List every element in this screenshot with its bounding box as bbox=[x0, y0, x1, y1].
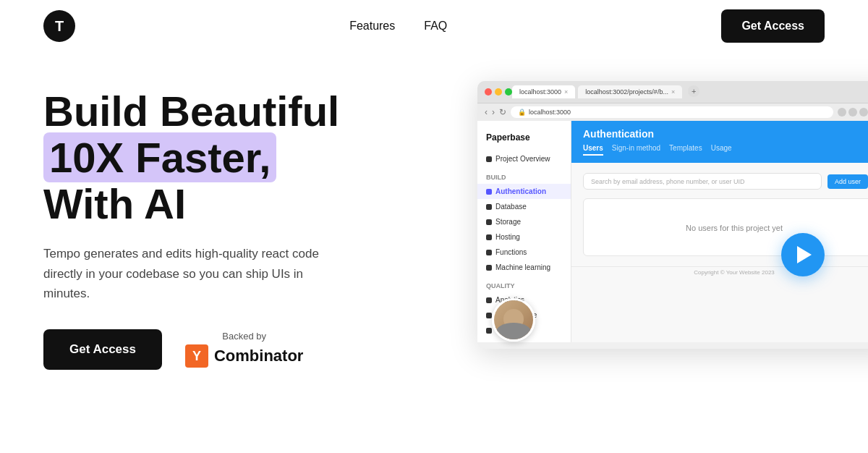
nav-links: Features FAQ bbox=[349, 20, 447, 33]
navbar-get-access-button[interactable]: Get Access bbox=[721, 9, 825, 43]
heading-line1: Build Beautiful bbox=[43, 88, 339, 135]
backed-by-label: Backed by bbox=[222, 331, 266, 342]
navbar: T Features FAQ Get Access bbox=[0, 0, 868, 52]
browser-tabs: localhost:3000 × localhost:3002/projects… bbox=[512, 85, 868, 98]
storage-icon bbox=[486, 219, 492, 225]
play-triangle-icon bbox=[797, 246, 812, 263]
sidebar-item-ml[interactable]: Machine learning bbox=[477, 260, 571, 275]
tab-usage[interactable]: Usage bbox=[711, 144, 732, 156]
home-icon bbox=[486, 156, 492, 162]
app-header-title: Authentication bbox=[583, 128, 868, 140]
yc-logo: Y bbox=[185, 344, 208, 368]
browser-window: localhost:3000 × localhost:3002/projects… bbox=[477, 81, 868, 349]
secure-icon: 🔒 bbox=[518, 109, 526, 116]
search-bar-row: Search by email address, phone number, o… bbox=[583, 173, 868, 190]
app-brand: Paperbase bbox=[477, 127, 571, 148]
addon-icon-1 bbox=[838, 108, 846, 117]
sidebar-item-authentication[interactable]: Authentication bbox=[477, 184, 571, 199]
add-user-button[interactable]: Add user bbox=[827, 174, 868, 189]
database-icon bbox=[486, 204, 492, 210]
app-tabs: Users Sign-in method Templates Usage bbox=[583, 144, 868, 156]
hero-heading: Build Beautiful 10X Faster, With AI bbox=[43, 88, 448, 226]
copyright-text: Copyright © Your Website 2023 bbox=[571, 266, 868, 278]
close-button-icon bbox=[485, 88, 492, 96]
ml-icon bbox=[486, 265, 492, 271]
hero-section: Build Beautiful 10X Faster, With AI Temp… bbox=[0, 52, 868, 370]
addon-icon-2 bbox=[848, 108, 857, 117]
tab-close-icon[interactable]: × bbox=[564, 88, 568, 96]
hero-subtext: Tempo generates and edits high-quality r… bbox=[43, 244, 333, 303]
search-placeholder: Search by email address, phone number, o… bbox=[591, 178, 745, 185]
browser-mockup-container: localhost:3000 × localhost:3002/projects… bbox=[477, 81, 868, 349]
hero-actions: Get Access Backed by Y Combinator bbox=[43, 329, 448, 370]
address-bar-row: ‹ › ↻ 🔒 localhost:3000 bbox=[477, 103, 868, 121]
nav-features[interactable]: Features bbox=[349, 20, 395, 33]
nav-faq[interactable]: FAQ bbox=[424, 20, 447, 33]
browser-tab-2[interactable]: localhost:3002/projects/#/b... × bbox=[578, 85, 682, 98]
browser-addon-icons bbox=[838, 108, 868, 117]
play-button[interactable] bbox=[781, 233, 825, 276]
yc-text: Combinator bbox=[214, 347, 303, 365]
tab-signin-method[interactable]: Sign-in method bbox=[612, 144, 660, 156]
hosting-icon bbox=[486, 234, 492, 240]
performance-icon bbox=[486, 313, 492, 318]
hero-content: Build Beautiful 10X Faster, With AI Temp… bbox=[43, 81, 448, 370]
new-tab-button[interactable]: + bbox=[688, 85, 699, 97]
avatar bbox=[492, 298, 535, 342]
heading-highlight: 10X Faster, bbox=[43, 132, 276, 182]
backed-by: Backed by Y Combinator bbox=[185, 331, 303, 368]
heading-line3: With AI bbox=[43, 180, 186, 227]
auth-icon bbox=[486, 189, 492, 195]
empty-state-text: No users for this project yet bbox=[686, 224, 783, 232]
app-header: Authentication Users Sign-in method Temp… bbox=[571, 121, 868, 163]
refresh-icon[interactable]: ↻ bbox=[499, 107, 506, 117]
avatar-image bbox=[494, 300, 533, 339]
browser-window-controls bbox=[485, 88, 512, 96]
tab-templates[interactable]: Templates bbox=[669, 144, 702, 156]
yc-badge: Y Combinator bbox=[185, 344, 303, 368]
app-container: Paperbase Project Overview Build Authent… bbox=[477, 121, 868, 342]
app-main: Authentication Users Sign-in method Temp… bbox=[571, 121, 868, 342]
sidebar-item-project-overview[interactable]: Project Overview bbox=[477, 151, 571, 166]
sidebar-item-hosting[interactable]: Hosting bbox=[477, 229, 571, 245]
forward-icon[interactable]: › bbox=[492, 107, 495, 117]
testlab-icon bbox=[486, 328, 492, 334]
addon-icon-3 bbox=[859, 108, 868, 117]
search-input[interactable]: Search by email address, phone number, o… bbox=[583, 173, 822, 190]
minimize-button-icon bbox=[495, 88, 502, 96]
empty-state: No users for this project yet bbox=[583, 198, 868, 256]
sidebar-item-functions[interactable]: Functions bbox=[477, 245, 571, 260]
sidebar-item-storage[interactable]: Storage bbox=[477, 214, 571, 229]
sidebar-section-build: Build bbox=[477, 171, 571, 184]
back-icon[interactable]: ‹ bbox=[485, 107, 488, 117]
hero-get-access-button[interactable]: Get Access bbox=[43, 329, 162, 370]
maximize-button-icon bbox=[505, 88, 512, 96]
functions-icon bbox=[486, 250, 492, 255]
logo[interactable]: T bbox=[43, 10, 75, 42]
tab-close-icon[interactable]: × bbox=[671, 88, 675, 96]
tab-users[interactable]: Users bbox=[583, 144, 603, 156]
sidebar-item-database[interactable]: Database bbox=[477, 199, 571, 214]
analytics-icon bbox=[486, 297, 492, 303]
url-bar[interactable]: 🔒 localhost:3000 bbox=[511, 106, 833, 118]
browser-top-bar: localhost:3000 × localhost:3002/projects… bbox=[477, 81, 868, 103]
browser-tab-1[interactable]: localhost:3000 × bbox=[512, 85, 575, 98]
sidebar-section-quality: Quality bbox=[477, 279, 571, 292]
